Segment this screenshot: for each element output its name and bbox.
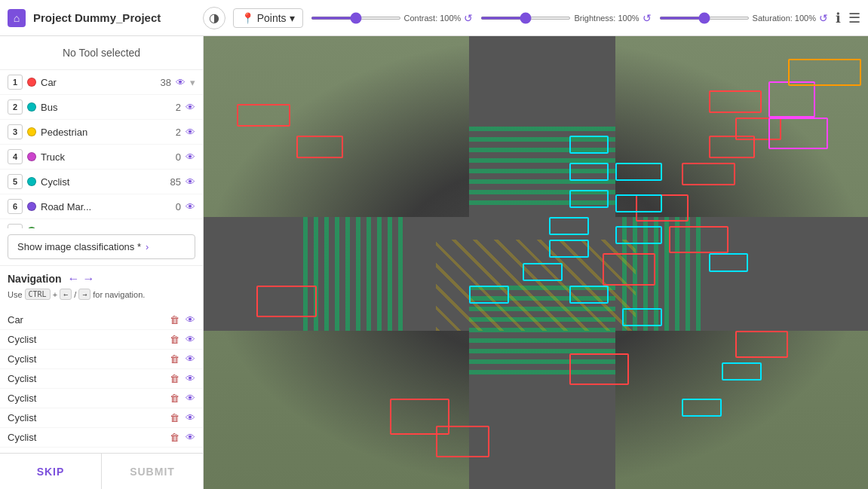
annotation-row: Cyclist🗑👁 <box>0 389 203 408</box>
label-count: 38 <box>153 77 171 88</box>
label-index: 1 <box>8 75 23 90</box>
annotation-delete-btn[interactable]: 🗑 <box>170 353 179 365</box>
bbox-red-2[interactable] <box>256 286 316 317</box>
annotation-visibility-toggle[interactable]: 👁 <box>186 373 195 384</box>
prev-key: ← <box>60 289 72 300</box>
no-tool-label: No Tool selected <box>0 36 203 70</box>
annotation-name: Car <box>8 314 164 325</box>
saturation-reset-btn[interactable]: ↺ <box>819 12 828 24</box>
bbox-cyan-27[interactable] <box>722 362 762 381</box>
saturation-slider[interactable] <box>659 17 750 20</box>
label-expand-chevron[interactable]: ▾ <box>190 77 195 88</box>
tool-selector[interactable]: 📍 Points ▾ <box>233 8 303 28</box>
bbox-magenta-29[interactable] <box>768 118 828 149</box>
label-name: Truck <box>41 151 158 163</box>
bbox-red-9[interactable] <box>709 90 762 113</box>
saturation-group: Saturation: 100% ↺ <box>659 12 828 24</box>
list-btn[interactable]: ☰ <box>848 10 860 26</box>
project-title: Project Dummy_Project <box>33 11 161 24</box>
bbox-cyan-15[interactable] <box>569 163 609 181</box>
label-visibility-toggle[interactable]: 👁 <box>186 102 195 113</box>
bbox-cyan-26[interactable] <box>709 253 749 271</box>
bbox-red-11[interactable] <box>569 353 629 385</box>
bbox-red-4[interactable] <box>669 226 728 253</box>
annotation-name: Cyclist <box>8 334 164 345</box>
bbox-cyan-20[interactable] <box>569 286 609 304</box>
bbox-cyan-16[interactable] <box>569 190 609 208</box>
nav-next-btn[interactable]: → <box>83 272 95 286</box>
info-btn[interactable]: ℹ <box>836 10 841 26</box>
brightness-reset-btn[interactable]: ↺ <box>643 12 652 24</box>
label-visibility-toggle[interactable]: 👁 <box>186 201 195 212</box>
nav-prev-btn[interactable]: ← <box>68 272 80 286</box>
label-list: 1Car38👁▾2Bus2👁3Pedestrian2👁4Truck0👁5Cycl… <box>0 70 203 228</box>
navigation-title: Navigation ← → <box>8 272 195 286</box>
annotation-name: Cyclist <box>8 412 164 423</box>
bbox-red-0[interactable] <box>237 104 290 127</box>
label-name: Pedestrian <box>41 127 158 138</box>
label-visibility-toggle[interactable]: 👁 <box>186 127 195 138</box>
bbox-cyan-25[interactable] <box>622 308 662 326</box>
annotation-name: Cyclist <box>8 353 164 365</box>
navigation-section: Navigation ← → Use CTRL + ← / → for navi… <box>0 265 203 310</box>
bbox-cyan-22[interactable] <box>615 194 662 212</box>
bbox-red-13[interactable] <box>436 426 489 457</box>
bbox-red-3[interactable] <box>603 253 655 285</box>
annotation-visibility-toggle[interactable]: 👁 <box>186 314 195 325</box>
label-color-dot <box>27 78 36 87</box>
aerial-scene <box>204 36 868 489</box>
header: ⌂ Project Dummy_Project ◑ 📍 Points ▾ Con… <box>0 0 868 36</box>
annotation-delete-btn[interactable]: 🗑 <box>170 432 179 443</box>
label-visibility-toggle[interactable]: 👁 <box>186 226 195 229</box>
bbox-cyan-21[interactable] <box>615 163 662 181</box>
contrast-toggle-btn[interactable]: ◑ <box>203 7 225 29</box>
label-count: 85 <box>163 176 181 188</box>
skip-button[interactable]: SKIP <box>0 454 102 489</box>
label-index: 4 <box>8 149 23 164</box>
annotation-delete-btn[interactable]: 🗑 <box>170 393 179 404</box>
bbox-cyan-24[interactable] <box>469 286 509 304</box>
bbox-cyan-19[interactable] <box>523 263 563 281</box>
chevron-right-icon: › <box>146 241 149 252</box>
bbox-red-1[interactable] <box>296 136 343 158</box>
annotation-visibility-toggle[interactable]: 👁 <box>186 393 195 404</box>
annotation-delete-btn[interactable]: 🗑 <box>170 314 179 325</box>
label-row: 7Pedestrian2👁 <box>0 219 203 228</box>
nav-hint: Use CTRL + ← / → for navigation. <box>8 289 195 300</box>
canvas-area[interactable] <box>204 36 868 489</box>
annotation-visibility-toggle[interactable]: 👁 <box>186 412 195 423</box>
bbox-cyan-17[interactable] <box>549 217 589 235</box>
annotation-visibility-toggle[interactable]: 👁 <box>186 334 195 345</box>
show-classifications-button[interactable]: Show image classifications * › <box>8 234 195 259</box>
submit-button[interactable]: SUBMIT <box>102 454 203 489</box>
label-visibility-toggle[interactable]: 👁 <box>186 176 195 188</box>
bbox-cyan-28[interactable] <box>682 399 722 417</box>
hint-plus: + <box>53 290 57 299</box>
bbox-orange-31[interactable] <box>788 59 861 86</box>
bbox-cyan-23[interactable] <box>615 226 662 244</box>
contrast-reset-btn[interactable]: ↺ <box>464 12 473 24</box>
bbox-cyan-14[interactable] <box>569 136 609 154</box>
label-index: 6 <box>8 199 23 214</box>
contrast-slider[interactable] <box>311 17 401 20</box>
annotation-delete-btn[interactable]: 🗑 <box>170 373 179 384</box>
annotation-delete-btn[interactable]: 🗑 <box>170 412 179 423</box>
location-icon: 📍 <box>241 12 254 24</box>
label-visibility-toggle[interactable]: 👁 <box>176 77 186 88</box>
contrast-group: Contrast: 100% ↺ <box>311 12 474 24</box>
bbox-magenta-30[interactable] <box>768 81 815 118</box>
bbox-cyan-18[interactable] <box>549 240 589 258</box>
label-visibility-toggle[interactable]: 👁 <box>186 151 195 163</box>
annotation-visibility-toggle[interactable]: 👁 <box>186 353 195 365</box>
bbox-red-10[interactable] <box>735 331 788 358</box>
brightness-slider[interactable] <box>480 17 571 20</box>
brightness-group: Brightness: 100% ↺ <box>480 12 651 24</box>
label-index: 7 <box>8 224 23 228</box>
label-index: 2 <box>8 99 23 115</box>
label-count: 2 <box>163 102 181 113</box>
annotation-visibility-toggle[interactable]: 👁 <box>186 432 195 443</box>
bbox-red-6[interactable] <box>682 163 735 185</box>
crosswalk-1 <box>303 217 403 330</box>
annotation-delete-btn[interactable]: 🗑 <box>170 334 179 345</box>
label-color-dot <box>27 127 36 136</box>
